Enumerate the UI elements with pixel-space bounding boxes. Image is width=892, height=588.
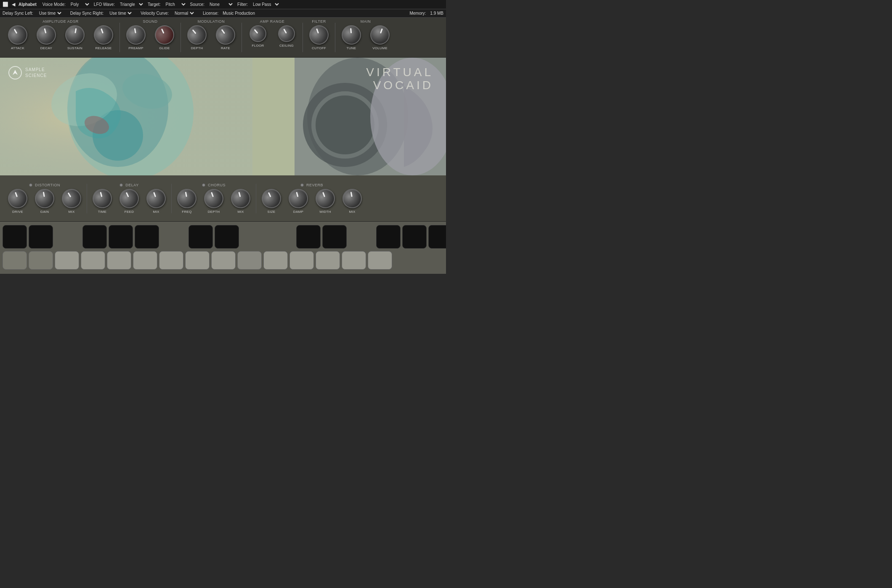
sound-knobs: PREAMP GLIDE: [122, 25, 179, 50]
nav-back-arrow[interactable]: ◀: [12, 2, 15, 7]
release-knob-item: RELEASE: [89, 25, 118, 50]
key-white-4[interactable]: [81, 251, 105, 270]
key-white-6[interactable]: [133, 251, 157, 270]
key-white-10[interactable]: [237, 251, 262, 270]
key-white-1[interactable]: [3, 251, 27, 270]
width-label: WIDTH: [319, 210, 331, 214]
chorus-depth-knob[interactable]: [202, 186, 226, 211]
chorus-depth-label: DEPTH: [208, 210, 220, 214]
key-black-4[interactable]: [109, 225, 133, 249]
lfo-wave-select[interactable]: TriangleSineSquareSawtooth: [118, 2, 144, 7]
chorus-mix-knob[interactable]: [229, 187, 252, 210]
key-black-10[interactable]: [376, 225, 401, 249]
release-knob[interactable]: [91, 23, 116, 48]
filter-select[interactable]: Low PassHigh PassBand Pass: [251, 2, 280, 7]
distortion-label: DISTORTION: [35, 183, 60, 187]
distortion-mix-knob[interactable]: [58, 185, 85, 212]
delay-sync-left-select[interactable]: Use timeSync: [37, 11, 63, 16]
ceiling-knob[interactable]: [275, 22, 298, 45]
damp-knob[interactable]: [287, 187, 310, 210]
lfo-wave-label: LFO Wave:: [94, 2, 115, 7]
modulation-label: MODULATION: [198, 19, 225, 24]
key-white-11[interactable]: [263, 251, 288, 270]
glide-knob[interactable]: [151, 22, 177, 48]
glide-knob-item: GLIDE: [150, 25, 179, 50]
divider-2: [181, 23, 181, 52]
size-knob[interactable]: [258, 185, 284, 211]
key-white-3[interactable]: [55, 251, 79, 270]
key-white-13[interactable]: [316, 251, 340, 270]
volume-knob[interactable]: [368, 23, 393, 48]
preamp-knob-item: PREAMP: [122, 25, 150, 50]
key-black-5[interactable]: [135, 225, 159, 249]
main-label: MAIN: [361, 19, 371, 24]
attack-knob-item: ATTACK: [3, 25, 32, 50]
key-black-7[interactable]: [215, 225, 239, 249]
voice-mode-label: Voice Mode:: [42, 2, 66, 7]
brand-title-text: VIRTUAL VOCAID: [366, 66, 433, 92]
gain-knob[interactable]: [33, 187, 56, 209]
effects-divider-1: [87, 184, 87, 213]
logo-text: SAMPLE SCIENCE: [25, 67, 47, 79]
velocity-curve-select[interactable]: NormalSoftHard: [173, 11, 195, 16]
drive-knob[interactable]: [5, 186, 30, 211]
sustain-knob-item: SUSTAIN: [61, 25, 89, 50]
sound-group: SOUND PREAMP GLIDE: [122, 19, 179, 50]
delay-led[interactable]: [119, 183, 123, 187]
key-white-8[interactable]: [185, 251, 210, 270]
amp-range-knobs: FLOOR CEILING: [244, 25, 301, 48]
decay-knob[interactable]: [35, 23, 58, 47]
reverb-mix-knob[interactable]: [341, 187, 363, 209]
sustain-knob[interactable]: [64, 24, 86, 46]
attack-knob[interactable]: [5, 22, 31, 48]
time-knob[interactable]: [90, 187, 114, 210]
key-white-5[interactable]: [107, 251, 131, 270]
freq-knob[interactable]: [175, 187, 198, 209]
key-black-9[interactable]: [322, 225, 347, 249]
preamp-knob[interactable]: [125, 24, 147, 46]
hero-image: SAMPLE SCIENCE VIRTUAL VOCAID: [0, 58, 446, 175]
delay-sync-right-select[interactable]: Use timeSync: [108, 11, 133, 16]
key-black-6[interactable]: [188, 225, 213, 249]
memory-label: Memory:: [409, 11, 426, 16]
window-icon: ⬜: [3, 2, 8, 7]
reverb-led[interactable]: [300, 183, 304, 187]
mod-depth-knob[interactable]: [183, 21, 211, 49]
key-white-12[interactable]: [289, 251, 314, 270]
key-white-15[interactable]: [368, 251, 392, 270]
key-white-14[interactable]: [342, 251, 366, 270]
cutoff-knob[interactable]: [307, 23, 332, 48]
mod-rate-knob[interactable]: [212, 21, 239, 48]
chorus-led[interactable]: [202, 183, 205, 187]
target-select[interactable]: PitchVolumeFilter: [164, 2, 187, 7]
mod-depth-label: DEPTH: [191, 46, 203, 50]
key-black-12[interactable]: [428, 225, 446, 249]
distortion-led[interactable]: [29, 183, 32, 187]
delay-mix-knob[interactable]: [144, 186, 169, 211]
top-bar: ⬜ ◀ Alphabet Voice Mode: PolyMonoLegato …: [0, 0, 446, 9]
source-select[interactable]: NoneLFOEnvelope: [208, 2, 234, 7]
voice-mode-select[interactable]: PolyMonoLegato: [69, 2, 90, 7]
key-white-7[interactable]: [159, 251, 183, 270]
preset-name: Alphabet: [19, 2, 37, 7]
key-black-2[interactable]: [29, 225, 53, 249]
modulation-group: MODULATION DEPTH RATE: [183, 19, 240, 50]
key-black-1[interactable]: [3, 225, 27, 249]
floor-knob[interactable]: [246, 22, 270, 45]
key-white-2[interactable]: [29, 251, 53, 270]
key-black-3[interactable]: [82, 225, 107, 249]
decay-knob-item: DECAY: [32, 25, 61, 50]
key-black-8[interactable]: [296, 225, 321, 249]
target-label: Target:: [148, 2, 161, 7]
delay-sync-right-label: Delay Sync Right:: [70, 11, 104, 16]
tune-knob[interactable]: [341, 24, 362, 45]
key-white-9[interactable]: [211, 251, 236, 270]
feed-knob[interactable]: [116, 185, 142, 211]
time-knob-item: TIME: [89, 189, 116, 214]
amplitude-adsr-knobs: ATTACK DECAY SUSTAIN RELEASE: [3, 25, 118, 50]
width-knob[interactable]: [313, 186, 338, 211]
brand-title: VIRTUAL VOCAID: [366, 66, 433, 92]
key-black-11[interactable]: [402, 225, 427, 249]
size-knob-item: SIZE: [258, 189, 285, 214]
width-knob-item: WIDTH: [312, 189, 339, 214]
